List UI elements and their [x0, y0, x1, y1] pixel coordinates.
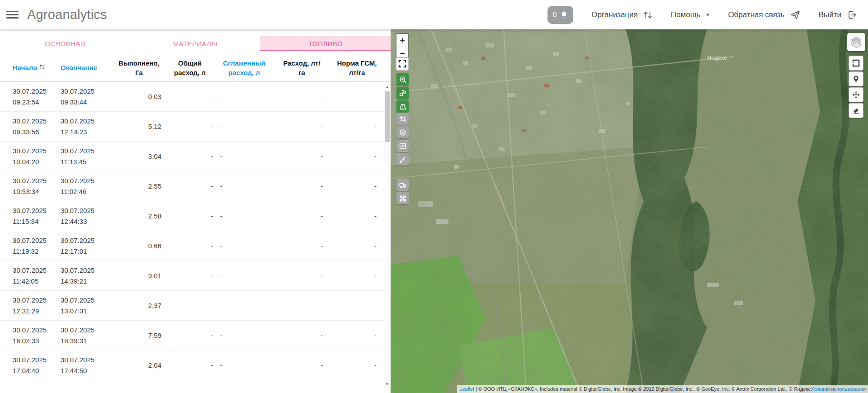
end-date: 30.07.2025 [61, 175, 113, 186]
table-row[interactable]: 30.07.202511:19:32 30.07.202512:17:01 0,… [0, 231, 391, 261]
table-row[interactable]: 30.07.202509:33:56 30.07.202512:14:23 5,… [0, 112, 391, 142]
fullscreen-button[interactable] [396, 57, 409, 71]
map-attribution: Leaflet | © ООО ИТЦ «СКАНЭКС», Includes … [457, 385, 868, 393]
smoothed-consumption: - [215, 231, 274, 260]
end-date: 30.07.2025 [61, 116, 113, 127]
fuel-norm: - [330, 350, 384, 380]
zoom-in-button[interactable]: + [396, 34, 408, 47]
leaflet-link[interactable]: Leaflet [459, 386, 474, 392]
fields-view-button[interactable] [396, 73, 409, 85]
field-plots-button[interactable] [396, 87, 409, 99]
table-row[interactable]: 30.07.202516:02:33 30.07.202518:39:31 7,… [0, 321, 391, 350]
fuel-norm: - [330, 321, 384, 350]
smoothed-consumption: - [215, 321, 274, 350]
menu-icon[interactable] [6, 9, 19, 20]
start-time: 12:31:29 [13, 306, 55, 317]
start-date: 30.07.2025 [13, 265, 55, 276]
start-date: 30.07.2025 [13, 235, 55, 246]
column-header-rate: Расход, лт/га [274, 58, 330, 77]
consumption-rate: - [274, 261, 330, 290]
start-time: 10:04:20 [13, 156, 55, 167]
start-date: 30.07.2025 [13, 86, 55, 97]
table-row[interactable]: 30.07.202517:04:40 30.07.202517:44:50 2,… [0, 350, 391, 380]
column-header-smoothed[interactable]: Сглаженныйрасход, л [215, 58, 274, 77]
total-consumption: - [165, 112, 215, 141]
map-tools-gray [396, 113, 409, 166]
start-time: 11:15:34 [13, 216, 55, 227]
table-row[interactable]: 30.07.202511:42:05 30.07.202514:39:21 9,… [0, 261, 391, 291]
bell-icon [560, 10, 568, 19]
notifications-button[interactable]: 0 [547, 6, 573, 24]
vehicles-button[interactable] [396, 179, 409, 191]
map-tools-green [396, 73, 409, 113]
marker-button[interactable] [849, 71, 863, 86]
table-row[interactable]: 30.07.202510:53:34 30.07.202511:02:46 2,… [0, 171, 391, 201]
swap-horizontal-icon [399, 115, 407, 123]
table-row[interactable]: 30.07.202509:23:54 30.07.202509:33:44 0,… [0, 82, 391, 112]
swap-tracks-button[interactable] [396, 113, 409, 125]
chart-button[interactable] [396, 140, 409, 152]
move-button[interactable] [849, 87, 863, 102]
table-row[interactable]: 30.07.202510:04:20 30.07.202511:13:45 3,… [0, 142, 391, 171]
smoothed-consumption: - [215, 201, 274, 231]
organization-button[interactable]: Организация [591, 10, 653, 20]
field-plots-icon [399, 89, 407, 97]
column-header-start[interactable]: Начало [13, 63, 37, 72]
start-date: 30.07.2025 [13, 295, 55, 306]
smoothed-consumption: - [215, 171, 274, 201]
total-consumption: - [165, 201, 215, 231]
consumption-rate: - [274, 82, 330, 111]
caret-down-icon: ▼ [705, 12, 710, 17]
table-scrollbar[interactable]: ▲ ▼ [384, 84, 391, 388]
satellite-imagery [391, 29, 868, 393]
eraser-button[interactable] [849, 103, 863, 118]
clear-selection-button[interactable] [396, 126, 409, 138]
help-menu[interactable]: Помощь ▼ [671, 10, 710, 19]
circle-x-icon [399, 128, 407, 137]
logout-button[interactable]: Выйти [819, 9, 857, 20]
scroll-up-icon[interactable]: ▲ [386, 84, 389, 90]
minimap-button[interactable] [849, 56, 863, 71]
total-consumption: - [165, 350, 215, 380]
end-time: 14:39:21 [61, 276, 113, 287]
done-ha: 2,37 [113, 291, 165, 320]
table-header: Начало Окончание Выполнено,Га Общийрасхо… [0, 54, 391, 82]
expand-tracks-button[interactable] [396, 192, 409, 204]
terms-link[interactable]: Условия использования [811, 386, 866, 392]
end-date: 30.07.2025 [61, 325, 113, 336]
table-row[interactable]: 30.07.202511:15:34 30.07.202512:44:33 2,… [0, 201, 391, 231]
column-header-norm: Норма ГСМ,лт/га [330, 58, 384, 77]
field-contour-button[interactable] [396, 100, 409, 113]
total-consumption: - [165, 171, 215, 201]
smoothed-consumption: - [215, 142, 274, 171]
feedback-button[interactable]: Обратная связь [728, 9, 800, 20]
fuel-norm: - [330, 231, 384, 260]
layers-button[interactable] [847, 33, 865, 51]
start-time: 11:19:32 [13, 246, 55, 257]
fuel-norm: - [330, 142, 384, 171]
tab-materialy[interactable]: МАТЕРИАЛЫ [130, 36, 260, 51]
map-canvas[interactable]: Яндекс + − [391, 29, 868, 393]
sort-ascending-icon[interactable] [39, 63, 46, 71]
scroll-down-icon[interactable]: ▼ [386, 381, 389, 388]
done-ha: 0,66 [113, 231, 165, 260]
scrollbar-thumb[interactable] [385, 91, 390, 142]
measure-button[interactable] [396, 153, 409, 166]
table-row[interactable]: 30.07.202512:31:29 30.07.202513:07:31 2,… [0, 291, 391, 321]
end-time: 11:02:46 [61, 186, 113, 197]
column-header-end[interactable]: Окончание [61, 64, 97, 71]
done-ha: 2,55 [113, 171, 165, 201]
fuel-norm: - [330, 112, 384, 141]
truck-icon [399, 181, 407, 189]
marker-icon [852, 75, 860, 83]
start-date: 30.07.2025 [13, 205, 55, 216]
chart-icon [399, 142, 407, 150]
start-time: 09:33:56 [13, 127, 55, 137]
end-date: 30.07.2025 [61, 235, 113, 246]
column-header-total: Общийрасход, л [165, 58, 215, 77]
tab-osnovnaya[interactable]: ОСНОВНАЯ [0, 36, 130, 51]
total-consumption: - [165, 261, 215, 290]
fuel-norm: - [330, 171, 384, 201]
map-watermark: Яндекс [707, 54, 727, 61]
tab-toplivo[interactable]: ТОПЛИВО [260, 36, 391, 51]
